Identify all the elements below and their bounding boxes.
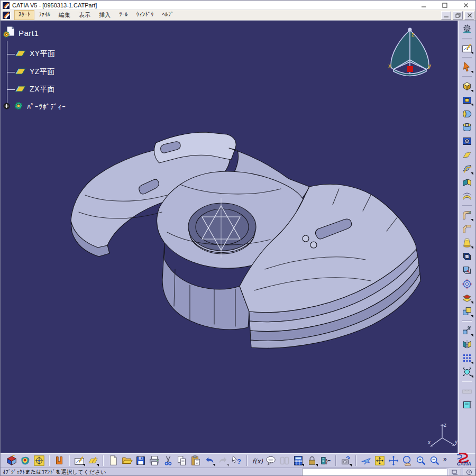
render-style-button[interactable]: [19, 454, 32, 467]
shaft-button[interactable]: [460, 107, 474, 121]
fly-mode-button[interactable]: [359, 454, 372, 467]
menu-item-view[interactable]: 表示: [75, 10, 95, 20]
loft-button[interactable]: [460, 189, 474, 203]
undo-button[interactable]: [203, 454, 216, 467]
pad-button[interactable]: [460, 79, 474, 93]
chamfer-button[interactable]: [460, 222, 474, 236]
dropdown-arrow-icon[interactable]: [83, 464, 85, 466]
menu-item-start[interactable]: ｽﾀｰﾄ: [14, 10, 34, 20]
isometric-view-button[interactable]: [5, 454, 18, 467]
dropdown-arrow-icon[interactable]: [471, 172, 473, 175]
dropdown-arrow-icon[interactable]: [301, 464, 304, 466]
command-input[interactable]: [302, 469, 447, 476]
translation-button[interactable]: [460, 324, 474, 337]
tree-root-part1[interactable]: Part1: [3, 26, 39, 40]
dropdown-arrow-icon[interactable]: [213, 464, 215, 466]
thickness-button[interactable]: [460, 263, 474, 277]
remove-face-button[interactable]: [460, 291, 474, 305]
menu-item-file[interactable]: ﾌｧｲﾙ: [34, 10, 54, 20]
sketch-plane-button[interactable]: [86, 454, 99, 467]
part-design-workbench-button[interactable]: [460, 22, 474, 36]
dropdown-arrow-icon[interactable]: [471, 52, 473, 54]
doc-close-button[interactable]: [464, 11, 474, 20]
save-button[interactable]: [134, 454, 147, 467]
knowledge-info-button[interactable]: [463, 469, 475, 476]
tree-item-yz-plane[interactable]: YZ平面: [15, 65, 55, 79]
dialog-expand-button[interactable]: [448, 469, 461, 476]
dropdown-arrow-icon[interactable]: [471, 219, 473, 222]
tree-item-part-body[interactable]: ﾊﾟｰﾂﾎﾞﾃﾞｨｰ: [3, 100, 66, 114]
close-button[interactable]: [455, 1, 476, 10]
slot-button[interactable]: [460, 162, 474, 176]
rotate-button[interactable]: [400, 454, 414, 467]
rectangular-pattern-button[interactable]: [460, 351, 474, 365]
toolbar-overflow-chevron[interactable]: »: [443, 455, 447, 463]
measure-inertia-button[interactable]: [460, 398, 474, 411]
sketch-tools-button[interactable]: [72, 454, 86, 467]
menu-item-insert[interactable]: 挿入: [95, 10, 115, 20]
stiffener-button[interactable]: [460, 176, 474, 189]
named-views-button[interactable]: [339, 454, 352, 467]
tree-item-zx-plane[interactable]: ZX平面: [15, 83, 55, 96]
compass-base-handle[interactable]: [407, 66, 413, 72]
expand-node-icon[interactable]: [3, 102, 10, 112]
formula-button[interactable]: f(x): [250, 454, 263, 467]
pocket-button[interactable]: [460, 93, 474, 107]
select-button[interactable]: [460, 60, 474, 74]
edge-fillet-button[interactable]: [460, 208, 474, 222]
rib-button[interactable]: [460, 148, 474, 162]
dropdown-arrow-icon[interactable]: [471, 334, 473, 337]
copy-button[interactable]: [175, 454, 188, 467]
tree-root-label[interactable]: Part1: [19, 29, 39, 38]
tree-item-xy-plane[interactable]: XY平面: [15, 47, 56, 61]
lock-button[interactable]: [305, 454, 318, 467]
open-document-button[interactable]: [120, 454, 133, 467]
menu-app-icon[interactable]: [3, 12, 10, 19]
dropdown-arrow-icon[interactable]: [349, 464, 352, 466]
menu-item-edit[interactable]: 編集: [54, 10, 75, 20]
design-table-button[interactable]: [291, 454, 305, 467]
menu-item-window[interactable]: ｳｨﾝﾄﾞｳ: [132, 10, 158, 20]
dropdown-arrow-icon[interactable]: [471, 104, 473, 106]
mirror-button[interactable]: [460, 337, 474, 351]
cut-button[interactable]: [161, 454, 175, 467]
sketcher-button[interactable]: [460, 41, 474, 55]
scaling-button[interactable]: [460, 365, 474, 379]
catalog-browser-button[interactable]: [52, 454, 66, 467]
knowledge-advisor-button[interactable]: [264, 454, 277, 467]
3d-viewport[interactable]: Part1 XY平面YZ平面ZX平面ﾊﾟｰﾂﾎﾞﾃﾞｨｰ z x y z x y: [1, 21, 459, 453]
view-compass[interactable]: z x y: [386, 27, 434, 83]
dropdown-arrow-icon[interactable]: [471, 90, 473, 93]
zoom-in-button[interactable]: [414, 454, 427, 467]
menu-item-tools[interactable]: ﾂｰﾙ: [115, 10, 132, 20]
dropdown-arrow-icon[interactable]: [315, 464, 318, 466]
print-button[interactable]: [148, 454, 161, 467]
dropdown-arrow-icon[interactable]: [471, 246, 473, 249]
dropdown-arrow-icon[interactable]: [471, 362, 473, 364]
boolean-operation-button[interactable]: [460, 305, 474, 318]
dropdown-arrow-icon[interactable]: [471, 301, 473, 304]
doc-restore-button[interactable]: [453, 11, 463, 20]
groove-button[interactable]: [460, 121, 474, 134]
dropdown-arrow-icon[interactable]: [471, 315, 473, 318]
tap-thread-button[interactable]: [460, 277, 474, 291]
maximize-button[interactable]: [434, 1, 455, 10]
doc-minimize-button[interactable]: [441, 11, 451, 20]
dropdown-arrow-icon[interactable]: [471, 71, 473, 74]
dropdown-arrow-icon[interactable]: [96, 464, 99, 466]
whats-this-help-button[interactable]: ?: [230, 454, 243, 467]
fit-all-in-button[interactable]: [373, 454, 386, 467]
paste-button[interactable]: [189, 454, 202, 467]
center-hole[interactable]: [188, 203, 256, 254]
shell-button[interactable]: [460, 250, 474, 263]
pan-button[interactable]: [387, 454, 400, 467]
zoom-out-button[interactable]: [428, 454, 441, 467]
equivalent-dimensions-button[interactable]: }=: [319, 454, 332, 467]
hole-button[interactable]: [460, 134, 474, 148]
draft-angle-button[interactable]: [460, 236, 474, 250]
snap-target-button[interactable]: [32, 454, 45, 467]
new-document-button[interactable]: [106, 454, 120, 467]
minimize-button[interactable]: [413, 1, 434, 10]
dropdown-arrow-icon[interactable]: [471, 376, 473, 378]
dropdown-arrow-icon[interactable]: [226, 464, 229, 466]
